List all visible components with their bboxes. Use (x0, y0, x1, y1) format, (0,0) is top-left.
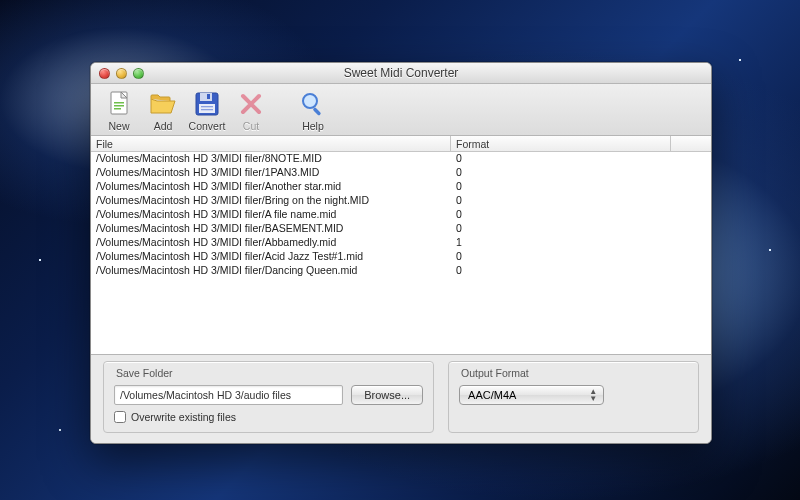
toolbar: New Add Convert Cut (91, 84, 711, 136)
svg-rect-9 (201, 109, 213, 110)
cell-file: /Volumes/Macintosh HD 3/MIDI filer/BASEM… (91, 222, 451, 236)
table-row[interactable]: /Volumes/Macintosh HD 3/MIDI filer/Anoth… (91, 180, 711, 194)
table-row[interactable]: /Volumes/Macintosh HD 3/MIDI filer/BASEM… (91, 222, 711, 236)
cell-format: 0 (451, 264, 711, 278)
table-row[interactable]: /Volumes/Macintosh HD 3/MIDI filer/A fil… (91, 208, 711, 222)
svg-rect-6 (207, 94, 210, 99)
cell-format: 1 (451, 236, 711, 250)
cell-file: /Volumes/Macintosh HD 3/MIDI filer/Anoth… (91, 180, 451, 194)
save-folder-panel: Save Folder /Volumes/Macintosh HD 3/audi… (103, 361, 434, 433)
cell-format: 0 (451, 194, 711, 208)
cell-file: /Volumes/Macintosh HD 3/MIDI filer/Acid … (91, 250, 451, 264)
table-row[interactable]: /Volumes/Macintosh HD 3/MIDI filer/8NOTE… (91, 152, 711, 166)
help-label: Help (302, 120, 324, 132)
minimize-icon[interactable] (116, 68, 127, 79)
cut-button: Cut (229, 90, 273, 132)
svg-rect-7 (199, 104, 215, 113)
svg-rect-1 (114, 102, 124, 104)
svg-rect-11 (313, 107, 322, 116)
table-row[interactable]: /Volumes/Macintosh HD 3/MIDI filer/Acid … (91, 250, 711, 264)
cell-file: /Volumes/Macintosh HD 3/MIDI filer/8NOTE… (91, 152, 451, 166)
app-window: Sweet Midi Converter New Add Convert (90, 62, 712, 444)
column-header-spacer (671, 136, 711, 151)
close-icon[interactable] (99, 68, 110, 79)
svg-rect-3 (114, 108, 121, 110)
output-format-value: AAC/M4A (468, 389, 516, 401)
cell-file: /Volumes/Macintosh HD 3/MIDI filer/Abbam… (91, 236, 451, 250)
desktop-wallpaper: Sweet Midi Converter New Add Convert (0, 0, 800, 500)
magnifier-help-icon (299, 90, 327, 118)
svg-point-10 (303, 94, 317, 108)
column-header-file[interactable]: File (91, 136, 451, 151)
cell-file: /Volumes/Macintosh HD 3/MIDI filer/1PAN3… (91, 166, 451, 180)
output-format-title: Output Format (459, 367, 688, 379)
overwrite-label: Overwrite existing files (131, 411, 236, 423)
help-button[interactable]: Help (291, 90, 335, 132)
svg-rect-8 (201, 106, 213, 107)
floppy-save-icon (193, 90, 221, 118)
table-row[interactable]: /Volumes/Macintosh HD 3/MIDI filer/1PAN3… (91, 166, 711, 180)
zoom-icon[interactable] (133, 68, 144, 79)
svg-rect-5 (200, 93, 212, 101)
save-folder-path[interactable]: /Volumes/Macintosh HD 3/audio files (114, 385, 343, 405)
browse-button[interactable]: Browse... (351, 385, 423, 405)
table-row[interactable]: /Volumes/Macintosh HD 3/MIDI filer/Danci… (91, 264, 711, 278)
cell-format: 0 (451, 180, 711, 194)
titlebar[interactable]: Sweet Midi Converter (91, 63, 711, 84)
cell-file: /Volumes/Macintosh HD 3/MIDI filer/A fil… (91, 208, 451, 222)
file-table: File Format /Volumes/Macintosh HD 3/MIDI… (91, 136, 711, 355)
column-header-format[interactable]: Format (451, 136, 671, 151)
overwrite-checkbox-input[interactable] (114, 411, 126, 423)
table-header: File Format (91, 136, 711, 152)
table-row[interactable]: /Volumes/Macintosh HD 3/MIDI filer/Abbam… (91, 236, 711, 250)
cell-format: 0 (451, 250, 711, 264)
cell-format: 0 (451, 152, 711, 166)
save-folder-title: Save Folder (114, 367, 423, 379)
window-title: Sweet Midi Converter (91, 66, 711, 80)
convert-label: Convert (189, 120, 226, 132)
cell-format: 0 (451, 208, 711, 222)
overwrite-checkbox[interactable]: Overwrite existing files (114, 411, 423, 423)
new-button[interactable]: New (97, 90, 141, 132)
add-button[interactable]: Add (141, 90, 185, 132)
table-row[interactable]: /Volumes/Macintosh HD 3/MIDI filer/Bring… (91, 194, 711, 208)
cell-format: 0 (451, 222, 711, 236)
select-arrows-icon: ▲▼ (589, 388, 597, 402)
add-label: Add (154, 120, 173, 132)
folder-open-icon (149, 90, 177, 118)
cut-label: Cut (243, 120, 259, 132)
cell-file: /Volumes/Macintosh HD 3/MIDI filer/Bring… (91, 194, 451, 208)
svg-rect-2 (114, 105, 124, 107)
cell-file: /Volumes/Macintosh HD 3/MIDI filer/Danci… (91, 264, 451, 278)
new-document-icon (105, 90, 133, 118)
table-body[interactable]: /Volumes/Macintosh HD 3/MIDI filer/8NOTE… (91, 152, 711, 354)
cut-x-icon (237, 90, 265, 118)
bottom-bar: Save Folder /Volumes/Macintosh HD 3/audi… (91, 355, 711, 443)
cell-format: 0 (451, 166, 711, 180)
new-label: New (108, 120, 129, 132)
output-format-panel: Output Format AAC/M4A ▲▼ (448, 361, 699, 433)
output-format-select[interactable]: AAC/M4A ▲▼ (459, 385, 604, 405)
convert-button[interactable]: Convert (185, 90, 229, 132)
